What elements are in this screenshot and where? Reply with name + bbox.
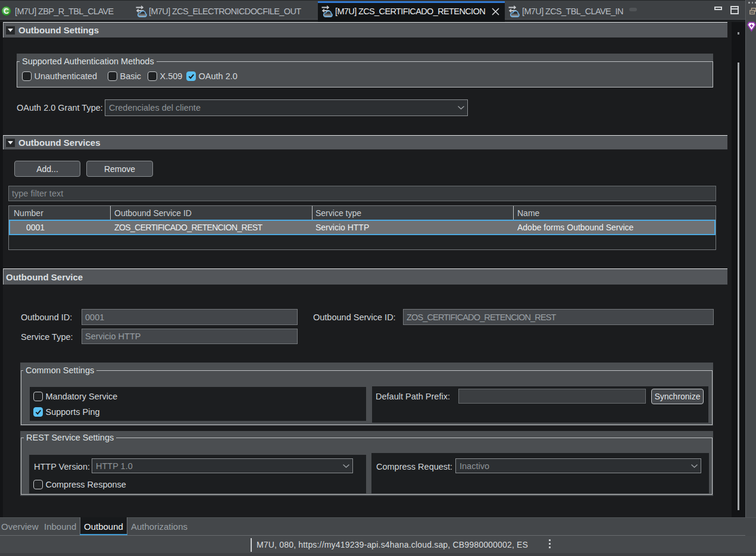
svg-text:C: C — [4, 7, 9, 15]
